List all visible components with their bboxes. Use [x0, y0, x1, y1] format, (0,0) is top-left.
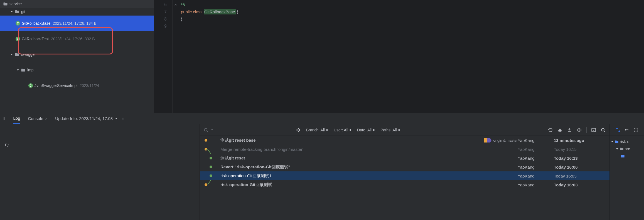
more-icon[interactable]	[633, 128, 638, 132]
tab-log[interactable]: Log	[13, 114, 20, 124]
eye-icon[interactable]	[576, 128, 582, 132]
tree-file-gitrollbacktest[interactable]: C GitRollbackTest 2023/11/24, 17:26, 332…	[0, 31, 154, 47]
chevron-down-icon	[16, 68, 20, 72]
tree-file-gitrollbackbase[interactable]: C GitRollbackBase 2023/11/24, 17:26, 134…	[0, 16, 154, 31]
tree-label: GitRollbackBase	[22, 21, 51, 26]
tree-label: JvmSwaggerServiceImpl	[35, 83, 77, 88]
line-gutter: 6 7 8 9	[154, 0, 173, 113]
tree-file-jvmswagger[interactable]: C JvmSwaggerServiceImpl 2023/11/24	[0, 78, 154, 93]
filter-branch[interactable]: Branch: All	[306, 128, 328, 132]
search-input[interactable]	[204, 128, 290, 132]
svg-point-6	[634, 128, 638, 132]
download-icon[interactable]	[567, 128, 572, 132]
collapse-icon[interactable]	[616, 128, 621, 132]
class-icon: C	[16, 37, 20, 41]
project-tree: service git C GitRollbackBase 2023/11/24…	[0, 0, 154, 113]
tree-folder-impl[interactable]: impl	[0, 62, 154, 78]
git-toolbar: Branch: All User: All Date: All Paths: A…	[200, 124, 609, 136]
tree-label: swagger	[21, 52, 36, 57]
tree-meta: 2023/11/24, 17:26, 332 B	[51, 37, 95, 41]
folder-icon	[3, 2, 8, 6]
tree-folder-swagger[interactable]: swagger	[0, 47, 154, 62]
tree-label: GitRollbackTest	[22, 37, 49, 41]
bottom-tabs: lf Log Console× Update Info: 2023/11/24,…	[0, 113, 644, 124]
tab-console[interactable]: Console×	[28, 114, 48, 123]
tree-meta: 2023/11/24	[80, 83, 99, 88]
cherry-pick-icon[interactable]	[557, 128, 562, 132]
gear-icon[interactable]	[296, 128, 301, 132]
folder-icon	[21, 68, 26, 72]
open-icon[interactable]	[591, 128, 596, 132]
commit-row[interactable]: risk-operation-Git回滚测试1 YaoKang Today 16…	[200, 171, 609, 180]
svg-point-5	[601, 128, 604, 131]
left-info-panel: n)	[0, 124, 200, 220]
close-icon[interactable]: ×	[45, 116, 48, 121]
class-icon: C	[16, 21, 20, 26]
tree-label: impl	[27, 68, 35, 72]
commit-row[interactable]: 测试git reset baseorigin & master YaoKang …	[200, 136, 609, 145]
svg-point-2	[560, 130, 562, 132]
undo-icon[interactable]	[625, 128, 630, 132]
tree-folder-service[interactable]: service	[0, 0, 154, 8]
filter-date[interactable]: Date: All	[357, 128, 375, 132]
search-icon[interactable]	[601, 128, 606, 132]
commit-row[interactable]: 测试git reset YaoKang Today 16:13	[200, 154, 609, 162]
folder-icon	[15, 52, 19, 57]
chevron-down-icon	[9, 52, 14, 57]
code-editor[interactable]: 6 7 8 9 **/ public class GitRollbackBase…	[154, 0, 644, 113]
tab-lf[interactable]: lf	[3, 114, 6, 123]
tree-folder-git[interactable]: git	[0, 8, 154, 16]
commit-list: 测试git reset baseorigin & master YaoKang …	[200, 136, 609, 220]
right-detail-panel: risk-o src	[609, 124, 644, 220]
right-tree-item[interactable]: src	[611, 145, 643, 152]
fold-gutter	[173, 0, 179, 113]
filter-user[interactable]: User: All	[334, 128, 352, 132]
code-area[interactable]: **/ public class GitRollbackBase { }	[179, 0, 644, 113]
commit-row[interactable]: Merge remote-tracking branch 'origin/mas…	[200, 145, 609, 154]
folder-icon	[15, 9, 19, 14]
tree-label: git	[21, 9, 25, 14]
commit-row[interactable]: risk-operation-Git回滚测试 YaoKang Today 16:…	[200, 180, 609, 189]
right-tree-item[interactable]	[611, 152, 643, 160]
svg-point-1	[558, 130, 560, 132]
chevron-down-icon	[9, 9, 14, 14]
class-icon: C	[28, 83, 33, 88]
svg-point-0	[204, 128, 207, 131]
refresh-icon[interactable]	[548, 128, 553, 132]
tab-update-info[interactable]: Update Info: 2023/11/24, 17:08 ×	[55, 114, 124, 123]
fold-up-icon[interactable]	[173, 1, 179, 8]
close-icon[interactable]: ×	[122, 116, 124, 121]
commit-row[interactable]: Revert "risk-operation-Git回滚测试" YaoKang …	[200, 162, 609, 171]
filter-paths[interactable]: Paths: All	[380, 128, 400, 132]
tag-icon	[484, 138, 492, 142]
right-tree-root[interactable]: risk-o	[611, 138, 643, 145]
tree-meta: 2023/11/24, 17:26, 134 B	[53, 21, 97, 26]
git-log-panel: Branch: All User: All Date: All Paths: A…	[200, 124, 609, 220]
svg-point-3	[579, 129, 580, 131]
tree-label: service	[9, 2, 22, 6]
